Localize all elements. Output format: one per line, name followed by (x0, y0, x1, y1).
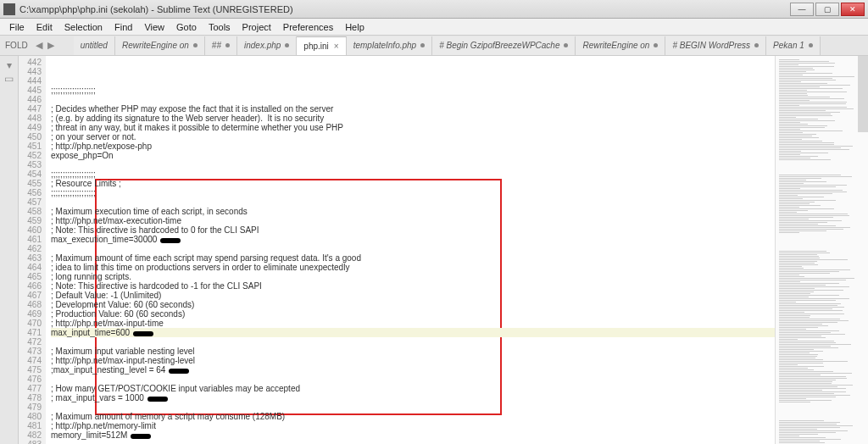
close-button[interactable]: ✕ (841, 3, 865, 16)
code-line[interactable]: max_execution_time=30000 (51, 235, 775, 244)
code-line[interactable]: ; Maximum amount of memory a script may … (51, 412, 775, 421)
menu-view[interactable]: View (138, 20, 170, 34)
menubar: FileEditSelectionFindViewGotoToolsProjec… (0, 19, 868, 36)
code-line[interactable]: ; max_input_vars = 1000 (51, 393, 775, 402)
dirty-indicator-icon (420, 43, 425, 47)
edit-marker-icon (160, 238, 181, 243)
tab-4[interactable]: php.ini× (297, 36, 346, 55)
menu-preferences[interactable]: Preferences (277, 20, 339, 34)
code-editor[interactable]: ;;;;;;;;;;;;;;;;;;;; Decides whether PHP… (46, 56, 775, 444)
code-line[interactable]: expose_php=On (51, 151, 775, 160)
history-back-icon[interactable]: ◀ (33, 40, 45, 51)
dirty-indicator-icon (654, 43, 658, 47)
menu-goto[interactable]: Goto (170, 20, 203, 34)
fold-button[interactable]: FOLD (0, 41, 33, 50)
history-forward-icon[interactable]: ▶ (45, 40, 57, 51)
toolbar: FOLD ◀ ▶ untitledRewriteEngine on##index… (0, 36, 868, 56)
tab-label: index.php (244, 41, 281, 50)
minimize-button[interactable]: — (790, 3, 814, 16)
code-line[interactable]: ; on your server or not. (51, 132, 775, 142)
code-line[interactable] (51, 95, 775, 104)
code-line[interactable] (51, 197, 775, 207)
code-line[interactable]: ; Maximum input variable nesting level (51, 347, 775, 356)
dirty-indicator-icon (809, 43, 813, 47)
code-line[interactable] (51, 160, 775, 169)
tab-label: untitled (81, 41, 108, 50)
tab-5[interactable]: templateInfo.php (347, 36, 433, 55)
code-line[interactable]: ; Maximum execution time of each script,… (51, 207, 775, 216)
code-line[interactable]: ;;;;;;;;;;;;;;;;;;; (51, 86, 775, 95)
code-line[interactable]: max_input_time=600 (51, 328, 775, 337)
minimap[interactable] (775, 56, 868, 444)
code-line[interactable]: ; long running scripts. (51, 272, 775, 281)
tab-label: ## (212, 41, 221, 50)
tab-strip: untitledRewriteEngine on##index.phpphp.i… (74, 36, 821, 55)
code-line[interactable]: ; http://php.net/memory-limit (51, 421, 775, 430)
tab-label: RewriteEngine on (122, 41, 189, 50)
code-line[interactable]: ; http://php.net/max-execution-time (51, 216, 775, 225)
window-controls: — ▢ ✕ (790, 3, 865, 16)
code-line[interactable] (51, 337, 775, 347)
sidebar: ▾ ▭ (0, 56, 19, 444)
tab-label: templateInfo.php (353, 41, 417, 50)
menu-selection[interactable]: Selection (58, 20, 108, 34)
code-line[interactable]: ; How many GET/POST/COOKIE input variabl… (51, 384, 775, 393)
code-line[interactable] (51, 375, 775, 384)
tab-6[interactable]: # Begin GzipofBreezeWPCache (432, 36, 576, 55)
minimap-viewport[interactable] (858, 56, 868, 132)
menu-edit[interactable]: Edit (31, 20, 58, 34)
maximize-button[interactable]: ▢ (815, 3, 839, 16)
dirty-indicator-icon (754, 43, 759, 47)
app-icon (3, 3, 15, 15)
edit-marker-icon (133, 331, 153, 336)
tab-label: # Begin GzipofBreezeWPCache (439, 41, 559, 50)
code-line[interactable]: ;max_input_nesting_level = 64 (51, 365, 775, 375)
code-line[interactable]: ;;;;;;;;;;;;;;;;;;; (51, 188, 775, 197)
tab-9[interactable]: Pekan 1 (766, 36, 821, 55)
tab-8[interactable]: # BEGIN WordPress (665, 36, 766, 55)
tab-label: php.ini (303, 42, 328, 51)
code-line[interactable]: ; Development Value: 60 (60 seconds) (51, 300, 775, 309)
menu-project[interactable]: Project (236, 20, 277, 34)
edit-marker-icon (169, 369, 189, 374)
code-line[interactable]: ; Decides whether PHP may expose the fac… (51, 104, 775, 114)
code-line[interactable]: ; Maximum amount of time each script may… (51, 253, 775, 263)
tab-label: Pekan 1 (773, 41, 804, 50)
menu-help[interactable]: Help (339, 20, 370, 34)
folder-icon[interactable]: ▭ (4, 73, 14, 85)
code-line[interactable]: ; http://php.net/max-input-nesting-level (51, 356, 775, 365)
code-line[interactable]: ; http://php.net/max-input-time (51, 319, 775, 328)
tab-1[interactable]: RewriteEngine on (115, 36, 205, 55)
code-line[interactable]: ; threat in any way, but it makes it pos… (51, 123, 775, 132)
tab-close-icon[interactable]: × (334, 42, 339, 51)
menu-tools[interactable]: Tools (203, 20, 236, 34)
tab-0[interactable]: untitled (74, 36, 115, 55)
code-line[interactable] (51, 402, 775, 412)
code-line[interactable]: memory_limit=512M (51, 430, 775, 440)
tab-3[interactable]: index.php (237, 36, 297, 55)
code-line[interactable] (51, 440, 775, 444)
line-number-gutter: 4424434444454464474484494504514524534544… (19, 56, 46, 444)
tab-7[interactable]: RewriteEngine on (576, 36, 665, 55)
code-line[interactable] (51, 244, 775, 253)
dirty-indicator-icon (564, 43, 568, 47)
dirty-indicator-icon (193, 43, 198, 47)
dirty-indicator-icon (285, 43, 289, 47)
code-line[interactable]: ; Production Value: 60 (60 seconds) (51, 309, 775, 319)
code-line[interactable]: ; Note: This directive is hardcoded to -… (51, 281, 775, 291)
code-line[interactable]: ; Default Value: -1 (Unlimited) (51, 291, 775, 300)
window-title: C:\xampp\php\php.ini (sekolah) - Sublime… (19, 4, 790, 14)
menu-file[interactable]: File (3, 20, 31, 34)
tab-label: # BEGIN WordPress (672, 41, 750, 50)
tab-2[interactable]: ## (205, 36, 237, 55)
code-line[interactable]: ; idea to limit this time on productions… (51, 263, 775, 272)
code-line[interactable]: ; Resource Limits ; (51, 179, 775, 188)
code-line[interactable]: ; http://php.net/expose-php (51, 142, 775, 151)
code-line[interactable]: ; Note: This directive is hardcoded to 0… (51, 225, 775, 235)
menu-find[interactable]: Find (108, 20, 138, 34)
code-line[interactable]: ; (e.g. by adding its signature to the W… (51, 114, 775, 123)
titlebar: C:\xampp\php\php.ini (sekolah) - Sublime… (0, 0, 868, 19)
code-line[interactable]: ;;;;;;;;;;;;;;;;;;; (51, 169, 775, 179)
folder-collapse-icon[interactable]: ▾ (7, 59, 12, 71)
edit-marker-icon (147, 397, 168, 402)
